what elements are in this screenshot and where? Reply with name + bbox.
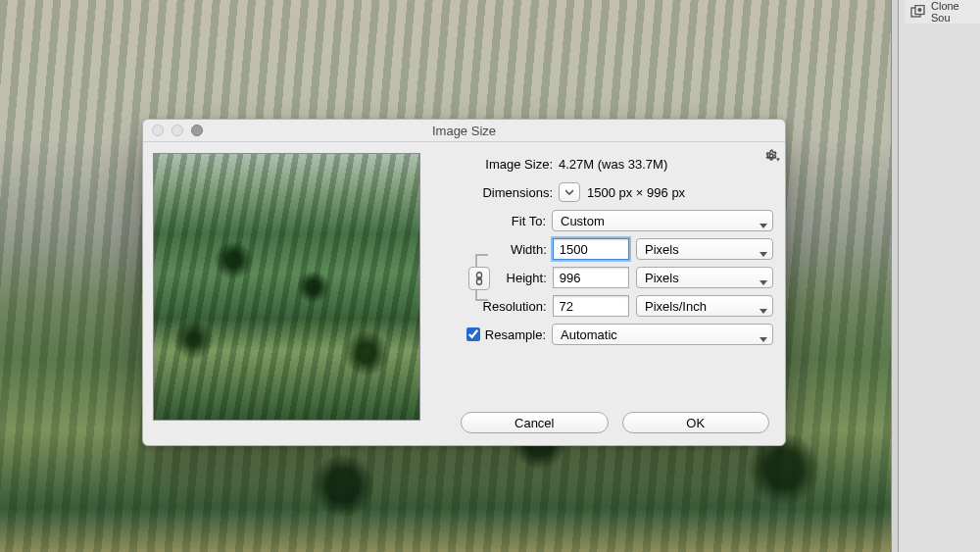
height-input[interactable] (553, 267, 629, 288)
minimize-window-button[interactable] (172, 125, 183, 136)
clone-source-tab-label: Clone Sou (931, 0, 980, 24)
fit-to-select[interactable]: Custom (552, 210, 773, 231)
width-label: Width: (492, 242, 553, 257)
close-window-button[interactable] (152, 125, 164, 136)
cancel-button[interactable]: Cancel (461, 412, 609, 433)
dimensions-unit-toggle[interactable] (559, 182, 580, 202)
zoom-window-button[interactable] (191, 125, 203, 136)
image-preview[interactable] (153, 153, 420, 421)
dialog-titlebar[interactable]: Image Size (143, 120, 785, 142)
image-size-label: Image Size: (437, 157, 559, 172)
ok-button[interactable]: OK (622, 412, 770, 433)
image-size-value: 4.27M (was 33.7M) (559, 157, 667, 172)
clone-source-icon (910, 5, 926, 19)
right-panel-dock: Clone Sou (891, 0, 980, 552)
link-icon (474, 272, 484, 285)
image-size-dialog: Image Size Image Size: 4.27M (was 33.7M)… (142, 119, 786, 446)
height-label: Height: (492, 271, 553, 285)
height-unit-select[interactable]: Pixels (636, 267, 773, 288)
width-input[interactable] (553, 238, 629, 260)
resample-label: Resample: (485, 327, 546, 342)
svg-point-2 (918, 8, 922, 12)
clone-source-tab[interactable]: Clone Sou (905, 0, 980, 24)
resolution-input[interactable] (553, 295, 629, 317)
fit-to-label: Fit To: (437, 214, 552, 228)
dimensions-label: Dimensions: (437, 185, 559, 200)
constrain-link-button[interactable] (468, 267, 490, 290)
resample-method-select[interactable]: Automatic (552, 324, 773, 345)
resolution-unit-select[interactable]: Pixels/Inch (636, 295, 773, 317)
dialog-title: Image Size (432, 124, 496, 138)
width-unit-select[interactable]: Pixels (636, 238, 773, 260)
window-controls (152, 125, 203, 136)
right-panel: Clone Sou (898, 0, 980, 552)
chevron-down-icon (565, 187, 573, 197)
dimensions-value: 1500 px × 996 px (587, 185, 685, 200)
resample-checkbox[interactable] (466, 327, 480, 341)
constrain-proportions (439, 249, 490, 306)
